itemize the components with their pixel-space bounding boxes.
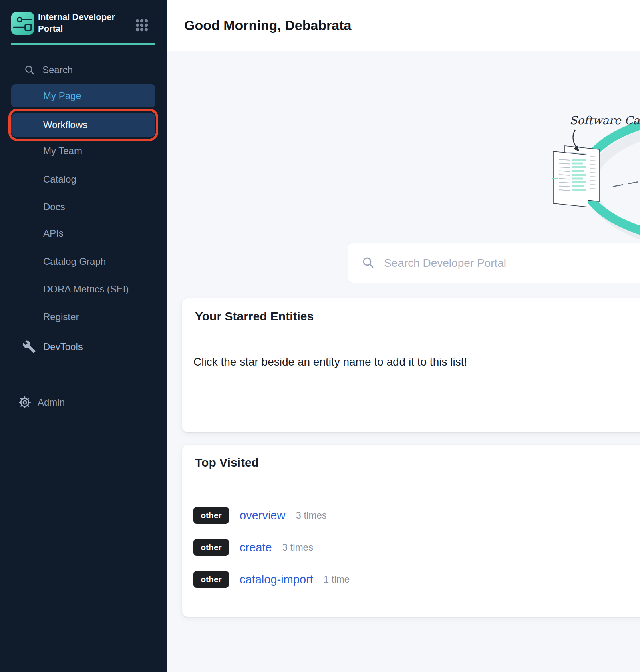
- page-header: Good Morning, Debabrata: [167, 0, 640, 51]
- sidebar-item-docs[interactable]: Docs: [11, 198, 155, 216]
- sidebar-item-label: My Page: [43, 90, 81, 101]
- sidebar-item-label: Admin: [38, 397, 65, 408]
- app-root: Internal Developer Portal Search My Page: [0, 0, 640, 672]
- entity-link-catalog-import[interactable]: catalog-import: [239, 573, 313, 586]
- kind-badge: other: [193, 539, 229, 556]
- sidebar-item-search[interactable]: Search: [11, 61, 155, 79]
- card-title: Top Visited: [195, 456, 259, 469]
- sidebar-item-label: Register: [43, 311, 79, 322]
- wrench-icon: [22, 340, 36, 354]
- sidebar-item-dora-metrics[interactable]: DORA Metrics (SEI): [11, 280, 155, 298]
- sidebar-item-my-team[interactable]: My Team: [11, 142, 155, 160]
- sidebar-item-register[interactable]: Register: [11, 308, 155, 326]
- sidebar-item-label: Catalog: [43, 174, 76, 185]
- search-icon: [24, 64, 35, 76]
- top-visited-row: other catalog-import 1 time: [193, 571, 350, 588]
- sidebar-item-label: Docs: [43, 201, 65, 213]
- starred-empty-message: Click the star beside an entity name to …: [193, 355, 467, 369]
- entity-link-create[interactable]: create: [239, 541, 272, 554]
- sidebar-divider: [34, 331, 127, 331]
- sidebar-item-label: DORA Metrics (SEI): [43, 284, 129, 295]
- sidebar-item-label: Search: [42, 64, 73, 76]
- illustration-label: Software Catalog: [570, 114, 640, 127]
- kind-badge: other: [193, 507, 229, 524]
- sidebar-item-apis[interactable]: APIs: [11, 224, 155, 243]
- portal-search-bar[interactable]: [348, 243, 640, 283]
- main-content: Good Morning, Debabrata: [167, 0, 640, 672]
- search-input[interactable]: [383, 256, 625, 270]
- apps-grid-icon[interactable]: [135, 18, 149, 32]
- greeting-title: Good Morning, Debabrata: [184, 18, 351, 33]
- visit-count: 3 times: [296, 510, 326, 521]
- sidebar-item-workflows[interactable]: Workflows: [11, 113, 155, 137]
- sidebar-item-catalog-graph[interactable]: Catalog Graph: [11, 252, 155, 271]
- top-visited-row: other overview 3 times: [193, 507, 327, 524]
- sidebar-item-devtools[interactable]: DevTools: [11, 336, 155, 357]
- top-visited-row: other create 3 times: [193, 539, 313, 556]
- starred-entities-card: Your Starred Entities Click the star bes…: [182, 298, 640, 432]
- sidebar: Internal Developer Portal Search My Page: [0, 0, 167, 672]
- search-icon: [362, 256, 374, 270]
- card-title: Your Starred Entities: [195, 310, 314, 323]
- sidebar-item-label: My Team: [43, 145, 82, 157]
- sidebar-item-label: Workflows: [43, 119, 87, 131]
- sidebar-item-label: APIs: [43, 228, 64, 239]
- visit-count: 1 time: [324, 574, 350, 585]
- sidebar-item-label: DevTools: [43, 341, 83, 352]
- sidebar-item-my-page[interactable]: My Page: [11, 84, 155, 107]
- gear-icon: [18, 396, 31, 409]
- sidebar-item-catalog[interactable]: Catalog: [11, 170, 155, 189]
- sidebar-item-admin[interactable]: Admin: [11, 393, 155, 412]
- top-visited-card: Top Visited other overview 3 times other…: [182, 445, 640, 617]
- sidebar-divider: [11, 376, 167, 376]
- kind-badge: other: [193, 571, 229, 588]
- sidebar-accent-rule: [11, 43, 155, 45]
- visit-count: 3 times: [282, 542, 313, 553]
- entity-link-overview[interactable]: overview: [239, 509, 285, 522]
- sidebar-item-label: Catalog Graph: [43, 256, 106, 267]
- brand-logo-icon: [11, 12, 34, 35]
- brand-title: Internal Developer Portal: [38, 11, 134, 34]
